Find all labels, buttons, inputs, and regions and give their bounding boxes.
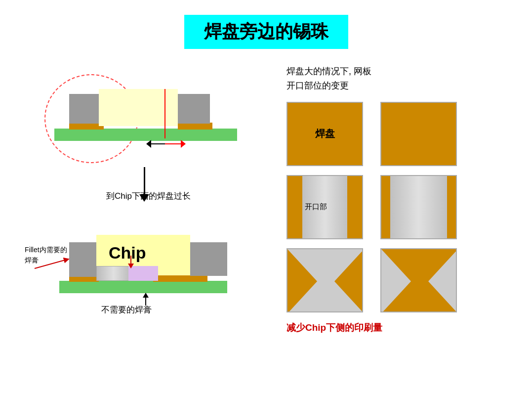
pad-bottom-right	[153, 275, 207, 282]
svg-line-0	[35, 260, 67, 268]
pad-right-top	[178, 123, 212, 130]
diagram-arrow-left	[286, 248, 363, 312]
gold-strip-left	[287, 176, 302, 238]
silver-center: 开口部	[302, 176, 347, 238]
arrow-left-svg	[287, 249, 363, 312]
gray-block-left-top	[69, 94, 101, 124]
bottom-chip-diagram: Chip Fillet内需要的 焊膏 不需要的焊膏	[30, 227, 257, 326]
diagram-opening-left: 开口部	[286, 175, 363, 239]
fillet-arrow-svg	[30, 255, 74, 272]
red-vertical-line	[164, 89, 165, 138]
top-chip-diagram	[44, 64, 252, 163]
left-diagram-area: 到Chip下面的焊盘过长 Chip Fillet内需要的 焊膏	[30, 64, 277, 163]
right-area: 焊盘大的情况下, 网板 开口部位的变更 焊盘 开口部	[286, 64, 519, 334]
diagram-arrow-right	[380, 248, 457, 312]
up-arrow-svg	[141, 292, 151, 307]
arrow-right-svg	[381, 249, 457, 312]
gold-strip-right-narrow-r	[447, 176, 456, 238]
diagram-pad-left: 焊盘	[286, 102, 363, 166]
arrow-right	[181, 140, 186, 148]
opening-label: 开口部	[305, 202, 327, 212]
pcb-board-top	[54, 129, 237, 141]
pad-label: 焊盘	[315, 127, 335, 140]
gold-strip-right-narrow-l	[381, 176, 390, 238]
diagrams-grid: 焊盘 开口部	[286, 102, 519, 312]
top-label: 到Chip下面的焊盘过长	[106, 190, 191, 202]
silver-center-r	[390, 176, 447, 238]
page-title: 焊盘旁边的锡珠	[204, 21, 328, 42]
svg-marker-4	[143, 293, 149, 298]
gold-strip-right	[347, 176, 362, 238]
svg-marker-2	[128, 264, 134, 268]
diagram-opening-right	[380, 175, 457, 239]
bottom-caption: 减少Chip下侧的印刷量	[286, 321, 519, 334]
gray-block-bottom-right	[190, 242, 227, 276]
red-down-arrow-svg	[126, 255, 136, 269]
right-title: 焊盘大的情况下, 网板 开口部位的变更	[286, 64, 519, 93]
title-bar: 焊盘旁边的锡珠	[184, 15, 348, 49]
arrow-left	[146, 140, 151, 148]
chip-body-top	[99, 89, 178, 126]
diagram-pad-right	[380, 102, 457, 166]
gray-block-right-top	[178, 94, 210, 124]
